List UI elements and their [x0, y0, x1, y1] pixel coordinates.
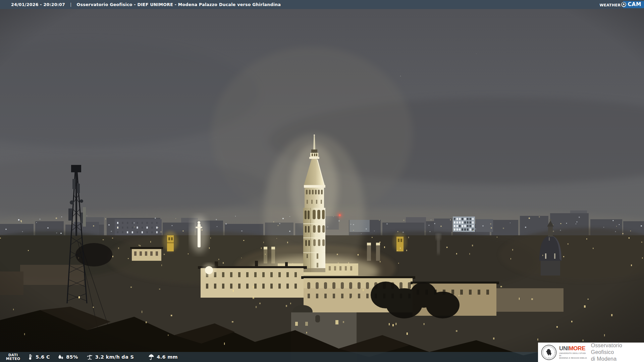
unimore-branding: UNIMORE UNIVERSITÀ DEGLI STUDI DI MODENA… — [538, 343, 644, 362]
humidity-icon — [57, 354, 64, 360]
rain-reading: 4.6 mm — [148, 354, 178, 360]
weathercam-cam-badge: CAM — [623, 1, 644, 8]
timestamp: 24/01/2026 - 20:20:07 — [11, 2, 65, 7]
temperature-value: 5.6 C — [36, 354, 50, 360]
webcam-page: 24/01/2026 - 20:20:07 | Osservatorio Geo… — [0, 0, 644, 362]
weathercam-weather-label: Weather — [600, 2, 621, 8]
weathercam-logo: Weather CAM — [600, 0, 644, 9]
observatory-name: Osservatorio Geofisico di Modena — [591, 342, 644, 362]
rain-value: 4.6 mm — [157, 354, 178, 360]
temperature-reading: 5.6 C — [27, 354, 50, 360]
wind-reading: 3.2 km/h da S — [86, 354, 134, 360]
unimore-wordmark: UNIMORE — [559, 346, 587, 351]
humidity-value: 85% — [66, 354, 78, 360]
dati-meteo-label: DATI METEO — [3, 353, 23, 361]
university-subtitle: UNIVERSITÀ DEGLI STUDI DI MODENA E REGGI… — [559, 352, 587, 359]
vignette — [0, 0, 644, 362]
wind-vane-icon — [86, 354, 93, 360]
night-cityscape-photo — [0, 0, 644, 362]
unimore-wordmark-block: UNIMORE UNIVERSITÀ DEGLI STUDI DI MODENA… — [559, 346, 587, 359]
camera-title: Osservatorio Geofisico - DIEF UNIMORE - … — [77, 2, 281, 7]
wind-value: 3.2 km/h da S — [95, 354, 134, 360]
separator: | — [70, 2, 72, 7]
top-status-bar: 24/01/2026 - 20:20:07 | Osservatorio Geo… — [0, 0, 644, 9]
umbrella-icon — [148, 354, 155, 360]
unimore-seal-icon — [541, 345, 557, 360]
thermometer-icon — [27, 354, 34, 360]
humidity-reading: 85% — [57, 354, 78, 360]
